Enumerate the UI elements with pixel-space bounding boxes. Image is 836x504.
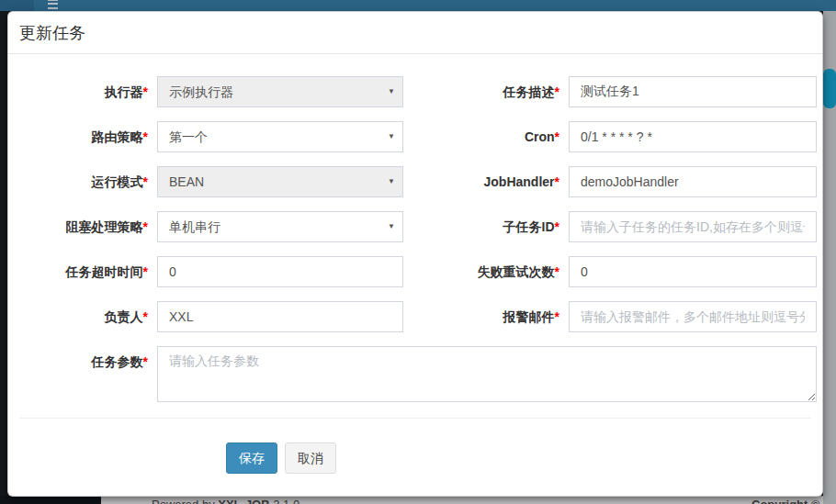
label-text: 任务描述 — [503, 84, 555, 99]
label-text: 子任务ID — [503, 219, 555, 234]
select-value: 单机串行 — [169, 219, 220, 234]
save-button[interactable]: 保存 — [226, 442, 277, 474]
required-marker: * — [143, 264, 148, 279]
form-row-block-childjob: 阻塞处理策略* 单机串行 ▼ 子任务ID* — [8, 211, 822, 242]
scrollbar-thumb[interactable] — [823, 69, 836, 108]
field-label-owner: 负责人* — [19, 301, 148, 332]
required-marker: * — [143, 219, 148, 234]
executor-select: 示例执行器 ▼ — [157, 76, 403, 107]
hamburger-bar — [48, 7, 58, 9]
chevron-down-icon: ▼ — [388, 167, 395, 196]
field-label-route-strategy: 路由策略* — [19, 121, 148, 152]
label-text: 运行模式 — [92, 174, 143, 189]
form-divider — [19, 418, 811, 419]
select-value: 第一个 — [169, 129, 208, 144]
sidebar-strip — [0, 11, 7, 504]
label-text: 任务参数 — [92, 354, 143, 369]
select-value: 示例执行器 — [169, 84, 233, 99]
sidebar-footer-block — [0, 496, 101, 504]
route-strategy-select[interactable]: 第一个 ▼ — [157, 121, 403, 152]
button-row: 保存 取消 — [226, 442, 336, 474]
label-text: 负责人 — [105, 309, 143, 324]
field-label-fail-retry: 失败重试次数* — [431, 256, 559, 287]
form-row-owner-email: 负责人* 报警邮件* — [8, 301, 822, 332]
required-marker: * — [555, 264, 559, 279]
job-param-textarea[interactable] — [157, 346, 817, 402]
powered-prefix: Powered by — [152, 498, 215, 504]
child-job-id-input[interactable] — [569, 211, 817, 242]
run-mode-select: BEAN ▼ — [157, 166, 403, 197]
field-label-job-param: 任务参数* — [19, 346, 148, 377]
field-label-child-job-id: 子任务ID* — [431, 211, 559, 242]
field-label-job-desc: 任务描述* — [431, 76, 559, 107]
label-text: 失败重试次数 — [478, 264, 555, 279]
chevron-down-icon: ▼ — [388, 122, 395, 151]
powered-by-text: Powered by XXL-JOB 2.1.0 — [152, 498, 299, 504]
field-label-timeout: 任务超时时间* — [19, 256, 148, 287]
form-row-executor-desc: 执行器* 示例执行器 ▼ 任务描述* — [8, 76, 822, 107]
label-text: Cron — [525, 129, 555, 144]
cron-input[interactable] — [569, 121, 817, 152]
required-marker: * — [143, 84, 148, 99]
top-navbar — [0, 0, 836, 11]
update-task-modal: 更新任务 执行器* 示例执行器 ▼ 任务描述* 路由策略* 第一个 ▼ Cron… — [7, 11, 823, 497]
modal-header: 更新任务 — [8, 12, 822, 54]
fail-retry-input[interactable] — [569, 256, 817, 287]
hamburger-bar — [48, 0, 58, 1]
required-marker: * — [555, 129, 559, 144]
required-marker: * — [555, 174, 559, 189]
scrollbar[interactable] — [823, 11, 836, 504]
brand-name: XXL-JOB — [218, 498, 269, 504]
field-label-alarm-email: 报警邮件* — [431, 301, 559, 332]
field-label-block-strategy: 阻塞处理策略* — [19, 211, 148, 242]
hamburger-bar — [48, 3, 58, 5]
required-marker: * — [143, 174, 148, 189]
navbar-logo-area — [0, 0, 34, 11]
field-label-executor: 执行器* — [19, 76, 148, 107]
modal-title: 更新任务 — [19, 23, 85, 43]
required-marker: * — [143, 354, 148, 369]
required-marker: * — [143, 309, 148, 324]
block-strategy-select[interactable]: 单机串行 ▼ — [157, 211, 403, 242]
hamburger-icon[interactable] — [48, 0, 59, 11]
job-handler-input[interactable] — [569, 166, 817, 197]
timeout-input[interactable] — [157, 256, 403, 287]
field-label-cron: Cron* — [431, 121, 559, 152]
required-marker: * — [555, 84, 559, 99]
cancel-button[interactable]: 取消 — [285, 442, 336, 474]
version-text: 2.1.0 — [273, 498, 299, 504]
select-value: BEAN — [169, 174, 204, 189]
required-marker: * — [555, 309, 559, 324]
field-label-job-handler: JobHandler* — [431, 166, 559, 197]
form-row-route-cron: 路由策略* 第一个 ▼ Cron* — [8, 121, 822, 152]
job-desc-input[interactable] — [569, 76, 817, 107]
field-label-run-mode: 运行模式* — [19, 166, 148, 197]
label-text: 路由策略 — [92, 129, 143, 144]
required-marker: * — [143, 129, 148, 144]
label-text: 阻塞处理策略 — [66, 219, 143, 234]
copyright-text: Copyright © 2 — [751, 498, 830, 504]
required-marker: * — [555, 219, 559, 234]
label-text: 任务超时时间 — [66, 264, 143, 279]
form-row-runmode-handler: 运行模式* BEAN ▼ JobHandler* — [8, 166, 822, 197]
label-text: 执行器 — [105, 84, 143, 99]
form-row-timeout-retry: 任务超时时间* 失败重试次数* — [8, 256, 822, 287]
chevron-down-icon: ▼ — [388, 212, 395, 241]
alarm-email-input[interactable] — [569, 301, 817, 332]
label-text: 报警邮件 — [503, 309, 555, 324]
owner-input[interactable] — [157, 301, 403, 332]
chevron-down-icon: ▼ — [388, 77, 395, 106]
label-text: JobHandler — [484, 174, 555, 189]
form-row-job-param: 任务参数* — [8, 346, 822, 402]
